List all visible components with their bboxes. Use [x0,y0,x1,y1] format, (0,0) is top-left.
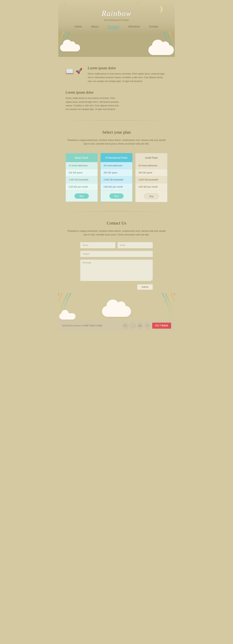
bird-decoration: 〜 [63,35,65,38]
email-input[interactable] [117,242,153,248]
basic-email: 10 email addresses [66,162,98,169]
submit-button[interactable]: Submit [137,284,153,290]
nav-item-home[interactable]: Home [75,25,82,28]
bird-decoration: 〜 [142,39,144,41]
pro-price: USD $15 per month [101,184,133,190]
book-icon: 📖 [66,68,74,76]
footer-cloud [102,306,131,317]
basic-space: 100 GB space [66,169,98,176]
main-nav: Home About Packages Elements Contact [58,24,175,30]
nav-link-about[interactable]: About [91,25,98,28]
footer-cloud-left [59,313,76,320]
nav-link-home[interactable]: Home [75,25,82,28]
bird-footer: 〜 [164,300,166,303]
social-links: G+ t Be in 前往下载模板 [123,323,171,329]
about-row-1: 📖 🚀 Lorem ipsum dolor Donec mattis ipsum… [66,66,167,83]
gold-buy-button[interactable]: Buy [144,194,159,199]
basic-bandwidth: 1,000 GB bandwidth [66,176,98,184]
nav-item-elements[interactable]: Elements [128,25,140,28]
pricing-subtitle: Phasellus in magna elementum, tincidunt … [66,138,167,146]
nav-link-contact[interactable]: Contact [149,25,158,28]
gold-header: Gold Pack [135,153,167,162]
download-button[interactable]: 前往下载模板 [152,323,171,329]
about-text-1: Lorem ipsum dolor Donec mattis ipsum in … [88,66,167,83]
gold-bandwidth: 3,000 GB bandwidth [135,176,167,184]
nav-link-packages[interactable]: Packages [107,25,119,29]
pricing-grid: Basic Pack 10 email addresses 100 GB spa… [66,153,167,202]
about-bottom: Lorem ipsum dolor Donec mattis ipsum in … [66,90,167,111]
pro-buy-area: Buy [101,190,133,202]
footer-text: 访问论坛bbs.xienlao.com免费下载各行业模板 [62,324,102,327]
subject-input[interactable] [80,251,153,257]
site-title: Rainbow [58,9,175,18]
name-input[interactable] [80,242,116,248]
basic-header: Basic Pack [66,153,98,162]
rocket-icon: 🚀 [76,68,82,76]
about-section: 📖 🚀 Lorem ipsum dolor Donec mattis ipsum… [58,57,175,120]
contact-section: Contact Us Phasellus in magna elementum,… [58,212,175,293]
pro-email: 20 email addresses [101,162,133,169]
bird-decoration: 〜 [153,34,155,36]
star-decoration: ★ [64,3,66,6]
nav-item-contact[interactable]: Contact [149,25,158,28]
social-linkedin[interactable]: in [145,323,150,328]
subject-row [80,251,153,260]
star-decoration: ✦ [147,4,149,6]
nav-list: Home About Packages Elements Contact [58,24,175,30]
pricing-card-pro: Professional Pack 20 email addresses 200… [100,153,133,202]
gold-buy-area: Buy [135,190,167,202]
gold-email: 30 email addresses [135,162,167,169]
star-decoration: ★ [136,2,138,4]
message-row [80,260,153,284]
about-title-2: Lorem ipsum dolor [66,90,167,94]
message-textarea[interactable] [80,260,153,281]
hero-section: ★ ✦ ★ ★ ✦ ✦ Rainbow free bootstrap 4.0 t… [58,0,175,57]
pro-bandwidth: 2,000 GB bandwidth [101,176,133,184]
pricing-card-gold: Gold Pack 30 email addresses 300 GB spac… [135,153,167,202]
about-icons: 📖 🚀 [66,68,82,76]
nav-item-packages[interactable]: Packages [107,25,119,28]
about-body-2: Donec mattis ipsum in erat viverra commo… [66,96,120,111]
pro-space: 200 GB space [101,169,133,176]
nav-link-elements[interactable]: Elements [128,25,140,28]
contact-form: Submit [80,242,153,284]
cloud-right [148,45,174,55]
social-twitter[interactable]: t [130,323,135,328]
gold-price: USD $20 per month [135,184,167,190]
basic-buy-area: Buy [66,190,98,202]
basic-price: USD $10 per month [66,184,98,190]
pro-buy-button[interactable]: Buy [109,194,124,199]
rainbow-decoration: 〜 〜 〜 [58,32,175,57]
site-subtitle: free bootstrap 4.0 theme [58,19,175,22]
cloud-left [60,44,80,52]
pricing-card-basic: Basic Pack 10 email addresses 100 GB spa… [66,153,98,202]
footer-rainbow: 〜 〜 [58,293,175,320]
nav-item-about[interactable]: About [91,25,98,28]
gold-space: 300 GB space [135,169,167,176]
form-name-email-row [80,242,153,248]
social-gplus[interactable]: G+ [123,323,128,328]
pro-header: Professional Pack [101,153,133,162]
basic-buy-button[interactable]: Buy [74,194,89,199]
bird-footer: 〜 [66,297,67,299]
social-behance[interactable]: Be [138,323,143,328]
contact-title: Contact Us [66,221,167,226]
about-body-1: Donec mattis ipsum in erat viverra commo… [88,72,167,83]
contact-subtitle: Phasellus in magna elementum, tincidunt … [66,229,167,237]
about-title-1: Lorem ipsum dolor [88,66,167,70]
pricing-section: Select your plan Phasellus in magna elem… [58,121,175,211]
bottom-bar: 访问论坛bbs.xienlao.com免费下载各行业模板 G+ t Be in … [58,320,175,331]
pricing-title: Select your plan [66,130,167,135]
